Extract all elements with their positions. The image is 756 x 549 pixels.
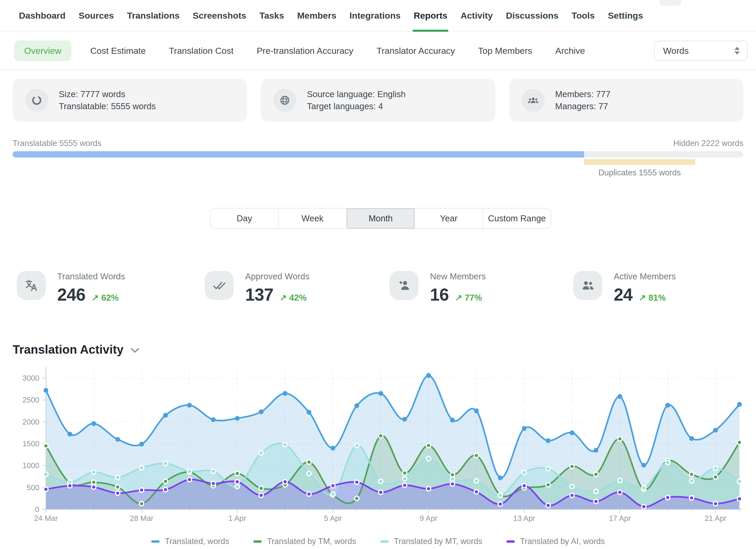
svg-text:3000: 3000 <box>22 374 39 382</box>
summary-card-line: Translatable: 5555 words <box>59 100 156 112</box>
range-tab-custom-range[interactable]: Custom Range <box>482 208 551 228</box>
stat-label: Translated Words <box>57 271 125 281</box>
section-title: Translation Activity <box>13 342 124 357</box>
stat-card-active-members: Active Members24↗ 81% <box>573 271 676 305</box>
nav-item-activity[interactable]: Activity <box>460 0 493 31</box>
legend-item-translated-by-tm-words[interactable]: Translated by TM, words <box>253 537 356 546</box>
person-plus-icon <box>390 271 418 300</box>
svg-text:1000: 1000 <box>22 461 39 470</box>
range-tab-year[interactable]: Year <box>414 208 483 228</box>
duplicates-words-label: Duplicates 1555 words <box>550 168 729 177</box>
stat-card-approved-words: Approved Words137↗ 42% <box>205 271 309 305</box>
summary-card-line: Managers: 77 <box>555 100 611 112</box>
subnav-item-pre-translation-accuracy[interactable]: Pre-translation Accuracy <box>257 46 354 56</box>
chevron-down-icon[interactable] <box>130 348 139 353</box>
stat-value-row: 24↗ 81% <box>614 285 676 305</box>
stat-body: Active Members24↗ 81% <box>614 271 676 305</box>
chart-legend: Translated, wordsTranslated by TM, words… <box>0 537 756 546</box>
legend-item-translated-by-mt-words[interactable]: Translated by MT, words <box>380 537 482 546</box>
legend-item-translated-by-ai-words[interactable]: Translated by AI, words <box>506 537 605 546</box>
date-range-tabs: DayWeekMonthYearCustom Range <box>210 208 551 229</box>
svg-text:2500: 2500 <box>22 396 39 404</box>
svg-text:5 Apr: 5 Apr <box>324 514 342 522</box>
svg-text:24 Mar: 24 Mar <box>34 514 58 522</box>
nav-item-sources[interactable]: Sources <box>79 0 114 31</box>
summary-card-lines: Size: 7777 wordsTranslatable: 5555 words <box>59 88 156 112</box>
stat-body: New Members16↗ 77% <box>430 271 486 305</box>
stat-delta-badge: ↗ 42% <box>280 292 307 303</box>
nav-item-settings[interactable]: Settings <box>608 0 643 31</box>
range-tab-month[interactable]: Month <box>346 208 414 228</box>
progress-ring-icon <box>25 89 48 112</box>
nav-item-reports[interactable]: Reports <box>414 0 447 31</box>
subnav-item-translator-accuracy[interactable]: Translator Accuracy <box>376 46 455 56</box>
nav-item-discussions[interactable]: Discussions <box>506 0 558 31</box>
svg-text:0: 0 <box>35 505 39 514</box>
select-arrows-icon <box>734 47 740 55</box>
globe-icon <box>273 89 296 112</box>
svg-text:28 Mar: 28 Mar <box>130 514 154 522</box>
svg-text:1 Apr: 1 Apr <box>228 514 246 522</box>
legend-item-translated-words[interactable]: Translated, words <box>151 537 229 546</box>
legend-dash-icon <box>253 540 262 543</box>
project-summary-cards: Size: 7777 wordsTranslatable: 5555 words… <box>13 79 743 122</box>
nav-item-screenshots[interactable]: Screenshots <box>193 0 246 31</box>
svg-text:13 Apr: 13 Apr <box>513 514 535 522</box>
double-check-icon <box>205 271 234 300</box>
words-progress-track <box>13 151 743 158</box>
nav-item-tasks[interactable]: Tasks <box>259 0 284 31</box>
range-tab-day[interactable]: Day <box>211 208 278 228</box>
nav-item-tools[interactable]: Tools <box>572 0 595 31</box>
subnav-item-cost-estimate[interactable]: Cost Estimate <box>90 46 146 56</box>
nav-item-dashboard[interactable]: Dashboard <box>19 0 66 31</box>
legend-dash-icon <box>380 540 389 543</box>
duplicates-progress-fill <box>584 159 695 165</box>
svg-text:21 Apr: 21 Apr <box>705 514 727 522</box>
top-right-partial-element <box>659 0 681 6</box>
legend-dash-icon <box>506 540 515 543</box>
translatable-words-label: Translatable 5555 words <box>13 139 101 148</box>
stat-delta-badge: ↗ 77% <box>455 292 482 303</box>
top-navigation: DashboardSourcesTranslationsScreenshotsT… <box>0 0 756 32</box>
legend-label: Translated, words <box>165 537 229 546</box>
stat-body: Approved Words137↗ 42% <box>245 271 309 305</box>
legend-dash-icon <box>151 540 160 543</box>
stat-body: Translated Words246↗ 62% <box>57 271 125 305</box>
stat-label: Active Members <box>614 271 676 281</box>
summary-card-lines: Source language: EnglishTarget languages… <box>307 88 406 112</box>
summary-card-0: Size: 7777 wordsTranslatable: 5555 words <box>13 79 247 122</box>
stat-value: 246 <box>57 285 85 305</box>
stat-value-row: 246↗ 62% <box>57 285 125 305</box>
summary-card-1: Source language: EnglishTarget languages… <box>261 79 495 122</box>
stat-card-translated-words: Translated Words246↗ 62% <box>17 271 125 305</box>
nav-item-integrations[interactable]: Integrations <box>349 0 401 31</box>
summary-card-line: Target languages: 4 <box>307 100 406 112</box>
translatable-progress-fill <box>13 151 584 158</box>
stat-delta-badge: ↗ 62% <box>92 292 119 303</box>
units-select[interactable]: Words <box>654 41 748 61</box>
stat-label: Approved Words <box>245 271 309 281</box>
nav-item-members[interactable]: Members <box>297 0 336 31</box>
units-select-value: Words <box>663 46 689 56</box>
subnav-item-overview[interactable]: Overview <box>14 40 71 61</box>
hidden-words-label: Hidden 2222 words <box>673 139 743 148</box>
reports-sub-navigation: OverviewCost EstimateTranslation CostPre… <box>0 32 756 70</box>
stat-label: New Members <box>430 271 486 281</box>
stat-value-row: 16↗ 77% <box>430 285 486 305</box>
summary-card-line: Members: 777 <box>555 88 611 100</box>
svg-text:2000: 2000 <box>22 418 39 426</box>
range-tab-week[interactable]: Week <box>278 208 347 228</box>
translation-activity-chart: 05001000150020002500300024 Mar28 Mar1 Ap… <box>0 362 756 530</box>
summary-card-2: Members: 777Managers: 77 <box>509 79 743 122</box>
legend-label: Translated by MT, words <box>394 537 482 546</box>
svg-text:17 Apr: 17 Apr <box>609 514 631 522</box>
subnav-item-top-members[interactable]: Top Members <box>478 46 532 56</box>
translate-icon <box>17 271 46 300</box>
nav-item-translations[interactable]: Translations <box>127 0 180 31</box>
legend-label: Translated by AI, words <box>520 537 605 546</box>
stat-value-row: 137↗ 42% <box>245 285 309 305</box>
subnav-item-archive[interactable]: Archive <box>555 46 585 56</box>
section-header: Translation Activity <box>13 342 139 357</box>
subnav-item-translation-cost[interactable]: Translation Cost <box>169 46 233 56</box>
people-group-icon <box>522 89 545 112</box>
